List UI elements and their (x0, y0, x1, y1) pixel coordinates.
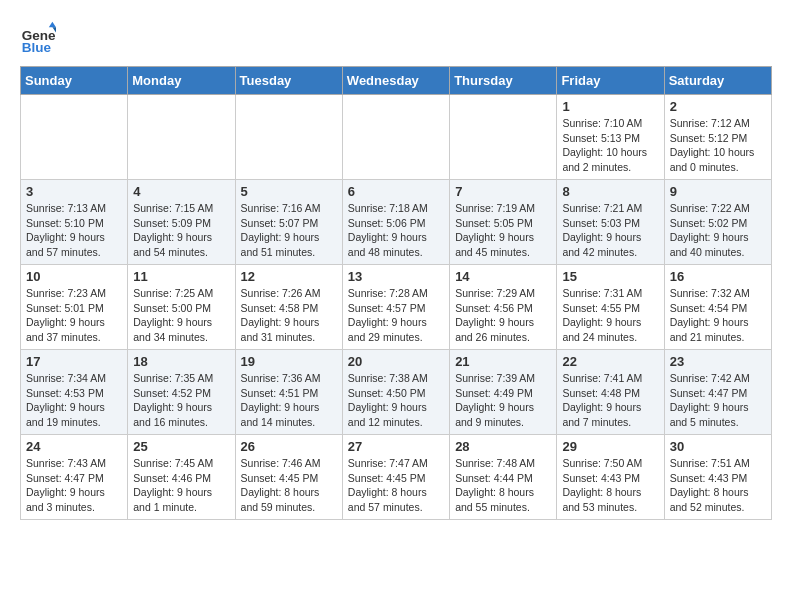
day-number: 11 (133, 269, 229, 284)
calendar-cell: 27Sunrise: 7:47 AM Sunset: 4:45 PM Dayli… (342, 435, 449, 520)
calendar-cell: 24Sunrise: 7:43 AM Sunset: 4:47 PM Dayli… (21, 435, 128, 520)
day-info: Sunrise: 7:39 AM Sunset: 4:49 PM Dayligh… (455, 371, 551, 430)
day-number: 8 (562, 184, 658, 199)
calendar-cell: 16Sunrise: 7:32 AM Sunset: 4:54 PM Dayli… (664, 265, 771, 350)
calendar-cell: 15Sunrise: 7:31 AM Sunset: 4:55 PM Dayli… (557, 265, 664, 350)
day-number: 15 (562, 269, 658, 284)
day-number: 6 (348, 184, 444, 199)
day-number: 13 (348, 269, 444, 284)
day-info: Sunrise: 7:31 AM Sunset: 4:55 PM Dayligh… (562, 286, 658, 345)
calendar-cell: 30Sunrise: 7:51 AM Sunset: 4:43 PM Dayli… (664, 435, 771, 520)
calendar-cell: 12Sunrise: 7:26 AM Sunset: 4:58 PM Dayli… (235, 265, 342, 350)
weekday-header: Thursday (450, 67, 557, 95)
weekday-header: Tuesday (235, 67, 342, 95)
day-info: Sunrise: 7:47 AM Sunset: 4:45 PM Dayligh… (348, 456, 444, 515)
calendar-cell (342, 95, 449, 180)
day-info: Sunrise: 7:34 AM Sunset: 4:53 PM Dayligh… (26, 371, 122, 430)
day-info: Sunrise: 7:48 AM Sunset: 4:44 PM Dayligh… (455, 456, 551, 515)
day-info: Sunrise: 7:42 AM Sunset: 4:47 PM Dayligh… (670, 371, 766, 430)
day-number: 4 (133, 184, 229, 199)
calendar-cell: 4Sunrise: 7:15 AM Sunset: 5:09 PM Daylig… (128, 180, 235, 265)
calendar-cell: 23Sunrise: 7:42 AM Sunset: 4:47 PM Dayli… (664, 350, 771, 435)
calendar-cell: 26Sunrise: 7:46 AM Sunset: 4:45 PM Dayli… (235, 435, 342, 520)
calendar-cell: 5Sunrise: 7:16 AM Sunset: 5:07 PM Daylig… (235, 180, 342, 265)
svg-marker-2 (49, 22, 56, 27)
weekday-header: Monday (128, 67, 235, 95)
calendar-cell (128, 95, 235, 180)
calendar-cell: 11Sunrise: 7:25 AM Sunset: 5:00 PM Dayli… (128, 265, 235, 350)
day-info: Sunrise: 7:15 AM Sunset: 5:09 PM Dayligh… (133, 201, 229, 260)
calendar-cell (21, 95, 128, 180)
day-info: Sunrise: 7:21 AM Sunset: 5:03 PM Dayligh… (562, 201, 658, 260)
calendar-cell (235, 95, 342, 180)
weekday-header-row: SundayMondayTuesdayWednesdayThursdayFrid… (21, 67, 772, 95)
calendar-cell: 29Sunrise: 7:50 AM Sunset: 4:43 PM Dayli… (557, 435, 664, 520)
calendar-cell: 21Sunrise: 7:39 AM Sunset: 4:49 PM Dayli… (450, 350, 557, 435)
weekday-header: Saturday (664, 67, 771, 95)
day-number: 19 (241, 354, 337, 369)
weekday-header: Friday (557, 67, 664, 95)
day-info: Sunrise: 7:45 AM Sunset: 4:46 PM Dayligh… (133, 456, 229, 515)
calendar-cell: 3Sunrise: 7:13 AM Sunset: 5:10 PM Daylig… (21, 180, 128, 265)
day-number: 18 (133, 354, 229, 369)
day-number: 5 (241, 184, 337, 199)
calendar-cell: 19Sunrise: 7:36 AM Sunset: 4:51 PM Dayli… (235, 350, 342, 435)
day-info: Sunrise: 7:22 AM Sunset: 5:02 PM Dayligh… (670, 201, 766, 260)
day-number: 12 (241, 269, 337, 284)
day-info: Sunrise: 7:38 AM Sunset: 4:50 PM Dayligh… (348, 371, 444, 430)
calendar-table: SundayMondayTuesdayWednesdayThursdayFrid… (20, 66, 772, 520)
day-info: Sunrise: 7:12 AM Sunset: 5:12 PM Dayligh… (670, 116, 766, 175)
calendar-cell: 18Sunrise: 7:35 AM Sunset: 4:52 PM Dayli… (128, 350, 235, 435)
calendar-cell: 14Sunrise: 7:29 AM Sunset: 4:56 PM Dayli… (450, 265, 557, 350)
day-info: Sunrise: 7:32 AM Sunset: 4:54 PM Dayligh… (670, 286, 766, 345)
day-info: Sunrise: 7:46 AM Sunset: 4:45 PM Dayligh… (241, 456, 337, 515)
day-info: Sunrise: 7:16 AM Sunset: 5:07 PM Dayligh… (241, 201, 337, 260)
day-number: 9 (670, 184, 766, 199)
day-number: 17 (26, 354, 122, 369)
day-number: 22 (562, 354, 658, 369)
day-info: Sunrise: 7:28 AM Sunset: 4:57 PM Dayligh… (348, 286, 444, 345)
day-number: 29 (562, 439, 658, 454)
day-info: Sunrise: 7:43 AM Sunset: 4:47 PM Dayligh… (26, 456, 122, 515)
calendar-cell: 6Sunrise: 7:18 AM Sunset: 5:06 PM Daylig… (342, 180, 449, 265)
calendar-week-row: 3Sunrise: 7:13 AM Sunset: 5:10 PM Daylig… (21, 180, 772, 265)
calendar-cell: 20Sunrise: 7:38 AM Sunset: 4:50 PM Dayli… (342, 350, 449, 435)
weekday-header: Wednesday (342, 67, 449, 95)
day-number: 3 (26, 184, 122, 199)
calendar-cell: 13Sunrise: 7:28 AM Sunset: 4:57 PM Dayli… (342, 265, 449, 350)
day-number: 26 (241, 439, 337, 454)
day-info: Sunrise: 7:13 AM Sunset: 5:10 PM Dayligh… (26, 201, 122, 260)
day-info: Sunrise: 7:29 AM Sunset: 4:56 PM Dayligh… (455, 286, 551, 345)
day-number: 25 (133, 439, 229, 454)
day-info: Sunrise: 7:18 AM Sunset: 5:06 PM Dayligh… (348, 201, 444, 260)
calendar-cell: 7Sunrise: 7:19 AM Sunset: 5:05 PM Daylig… (450, 180, 557, 265)
day-number: 10 (26, 269, 122, 284)
day-info: Sunrise: 7:41 AM Sunset: 4:48 PM Dayligh… (562, 371, 658, 430)
day-info: Sunrise: 7:51 AM Sunset: 4:43 PM Dayligh… (670, 456, 766, 515)
calendar-week-row: 10Sunrise: 7:23 AM Sunset: 5:01 PM Dayli… (21, 265, 772, 350)
day-info: Sunrise: 7:23 AM Sunset: 5:01 PM Dayligh… (26, 286, 122, 345)
logo: General Blue (20, 20, 62, 56)
day-number: 24 (26, 439, 122, 454)
day-number: 1 (562, 99, 658, 114)
calendar-cell: 1Sunrise: 7:10 AM Sunset: 5:13 PM Daylig… (557, 95, 664, 180)
calendar-cell: 22Sunrise: 7:41 AM Sunset: 4:48 PM Dayli… (557, 350, 664, 435)
calendar-cell: 25Sunrise: 7:45 AM Sunset: 4:46 PM Dayli… (128, 435, 235, 520)
day-info: Sunrise: 7:26 AM Sunset: 4:58 PM Dayligh… (241, 286, 337, 345)
calendar-week-row: 24Sunrise: 7:43 AM Sunset: 4:47 PM Dayli… (21, 435, 772, 520)
calendar-cell: 28Sunrise: 7:48 AM Sunset: 4:44 PM Dayli… (450, 435, 557, 520)
day-number: 27 (348, 439, 444, 454)
day-info: Sunrise: 7:19 AM Sunset: 5:05 PM Dayligh… (455, 201, 551, 260)
logo-icon: General Blue (20, 20, 56, 56)
day-number: 21 (455, 354, 551, 369)
calendar-cell (450, 95, 557, 180)
weekday-header: Sunday (21, 67, 128, 95)
calendar-week-row: 1Sunrise: 7:10 AM Sunset: 5:13 PM Daylig… (21, 95, 772, 180)
calendar-cell: 2Sunrise: 7:12 AM Sunset: 5:12 PM Daylig… (664, 95, 771, 180)
day-info: Sunrise: 7:10 AM Sunset: 5:13 PM Dayligh… (562, 116, 658, 175)
day-number: 7 (455, 184, 551, 199)
day-number: 30 (670, 439, 766, 454)
svg-text:Blue: Blue (22, 40, 52, 55)
calendar-cell: 10Sunrise: 7:23 AM Sunset: 5:01 PM Dayli… (21, 265, 128, 350)
day-number: 14 (455, 269, 551, 284)
